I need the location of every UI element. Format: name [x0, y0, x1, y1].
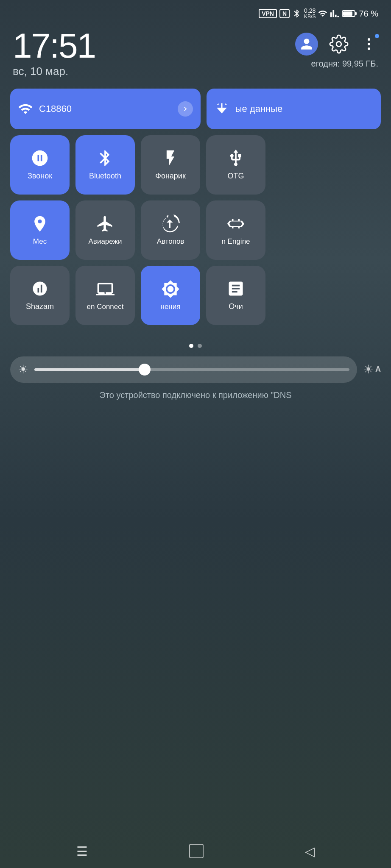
flashlight-label: Фонарик	[153, 172, 188, 181]
brightness-fill	[34, 368, 145, 371]
clock: 17:51	[13, 28, 95, 63]
mobile-data-icon	[214, 101, 229, 117]
wifi-tile-label: C18860	[39, 103, 172, 114]
auto-rotate-tile[interactable]: Автопов	[141, 200, 200, 260]
location-icon	[31, 214, 49, 233]
wifi-status-icon	[318, 9, 327, 18]
header-icons	[295, 33, 378, 56]
clear-label: Очи	[226, 302, 245, 311]
small-tiles-row-1: Звонок Bluetooth Фонарик OTG	[10, 135, 381, 195]
quick-tiles: C18860 ые данные Звонок	[0, 80, 391, 335]
sun-right-icon: ☀	[363, 362, 374, 376]
status-bar: VPN N 0.28 KB/S 76 %	[0, 0, 391, 24]
signal-icon	[330, 9, 339, 18]
brightness-slider[interactable]: ☀	[10, 356, 357, 383]
speed-indicator: 0.28 KB/S	[304, 8, 316, 20]
otg-tile[interactable]: OTG	[206, 135, 265, 195]
battery-percent: 76 %	[359, 9, 378, 19]
brightness-container: ☀ ☀ A	[0, 356, 391, 383]
home-button[interactable]	[189, 844, 204, 858]
menu-button[interactable]: ☰	[76, 844, 88, 859]
shazam-icon	[31, 279, 49, 298]
page-dot-1[interactable]	[189, 344, 193, 348]
sound-icon	[31, 149, 49, 167]
brightness-row: ☀ ☀ A	[10, 356, 381, 383]
brightness-tile-label: нения	[158, 303, 183, 311]
airplane-label: Авиарежи	[86, 237, 125, 246]
battery-info: 76 %	[342, 9, 378, 19]
pagination	[0, 344, 391, 348]
wifi-tile-icon	[18, 101, 33, 117]
sound-tile[interactable]: Звонок	[10, 135, 70, 195]
otg-label: OTG	[225, 172, 247, 181]
shazam-tile[interactable]: Shazam	[10, 266, 70, 325]
brightness-auto-icon[interactable]: ☀ A	[363, 362, 381, 376]
bluetooth-status-icon	[292, 9, 302, 18]
dot3	[368, 47, 370, 50]
header: 17:51 вс, 10 мар. егодня: 99,	[0, 24, 391, 80]
date: вс, 10 мар.	[13, 65, 95, 78]
mobile-data-label: ые данные	[235, 103, 373, 114]
page-dot-2[interactable]	[198, 344, 202, 348]
bluetooth-tile-icon	[96, 149, 115, 167]
engine-icon	[226, 214, 245, 233]
svg-rect-1	[343, 11, 352, 16]
sound-label: Звонок	[25, 172, 55, 181]
auto-rotate-label: Автопов	[154, 237, 187, 246]
brightness-thumb[interactable]	[139, 364, 151, 376]
dns-info-text: Это устройство подключено к приложению "…	[0, 390, 391, 400]
engine-label: n Engine	[219, 237, 252, 246]
airplane-icon	[96, 214, 115, 233]
clear-tile[interactable]: Очи	[206, 266, 265, 325]
wifi-tile[interactable]: C18860	[10, 89, 201, 129]
vpn-badge: VPN	[259, 9, 277, 18]
nfc-badge: N	[279, 9, 290, 18]
flashlight-icon	[161, 149, 180, 167]
avatar-button[interactable]	[295, 33, 318, 56]
airplane-tile[interactable]: Авиарежи	[75, 200, 135, 260]
screen-connect-label: en Connect	[84, 303, 126, 311]
bluetooth-tile[interactable]: Bluetooth	[75, 135, 135, 195]
back-button[interactable]: ◁	[305, 844, 315, 859]
brightness-track[interactable]	[34, 368, 349, 371]
more-button[interactable]	[360, 35, 378, 53]
screen-connect-tile[interactable]: en Connect	[75, 266, 135, 325]
otg-icon	[226, 149, 245, 167]
location-label: Мес	[31, 237, 49, 246]
gear-icon	[329, 34, 349, 54]
bluetooth-label: Bluetooth	[87, 172, 124, 181]
user-icon	[300, 37, 313, 51]
mobile-data-tile[interactable]: ые данные	[207, 89, 381, 129]
dot1	[368, 38, 370, 41]
header-right: егодня: 99,95 ГБ.	[295, 28, 378, 69]
engine-tile[interactable]: n Engine	[206, 200, 265, 260]
sun-left-icon: ☀	[18, 362, 28, 376]
auto-rotate-icon	[161, 214, 180, 233]
wide-tiles-row: C18860 ые данные	[10, 89, 381, 129]
time-date: 17:51 вс, 10 мар.	[13, 28, 95, 78]
small-tiles-row-3: Shazam en Connect нения Очи	[10, 266, 381, 325]
auto-label: A	[375, 365, 381, 374]
location-tile[interactable]: Мес	[10, 200, 70, 260]
brightness-icon	[161, 280, 180, 298]
shazam-label: Shazam	[23, 302, 56, 311]
battery-icon	[342, 9, 357, 18]
storage-info: егодня: 99,95 ГБ.	[311, 59, 378, 69]
svg-rect-2	[355, 12, 357, 15]
chevron-right-icon	[181, 105, 190, 113]
notification-dot	[375, 34, 379, 38]
wifi-arrow-button[interactable]	[178, 101, 193, 117]
small-tiles-row-2: Мес Авиарежи Автопов n Engine	[10, 200, 381, 260]
dot2	[368, 43, 370, 45]
settings-button[interactable]	[327, 33, 350, 56]
nav-bar: ☰ ◁	[0, 834, 391, 868]
screen-connect-icon	[96, 280, 115, 298]
flashlight-tile[interactable]: Фонарик	[141, 135, 200, 195]
clear-icon	[226, 279, 245, 298]
brightness-tile[interactable]: нения	[141, 266, 200, 325]
status-icons: VPN N 0.28 KB/S 76 %	[259, 8, 378, 20]
